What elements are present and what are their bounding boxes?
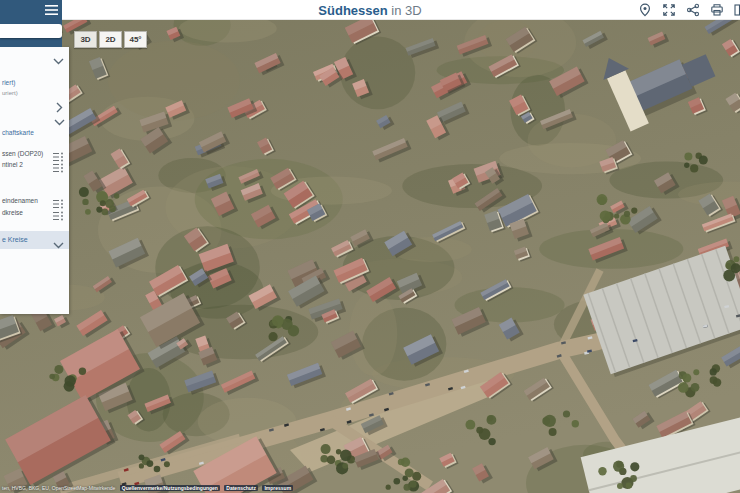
clipped-panel-icon	[734, 3, 740, 17]
view-3d-button[interactable]: 3D	[74, 31, 97, 48]
print-button[interactable]	[710, 3, 724, 17]
layer-legend-button[interactable]	[53, 197, 64, 207]
layer-legend-button[interactable]	[53, 150, 64, 160]
legend-list-icon	[53, 199, 64, 209]
search-input[interactable]	[0, 24, 62, 38]
attribution-link-imprint[interactable]: Impressum	[262, 485, 293, 491]
app-header: Südhessen in 3D	[0, 0, 740, 20]
chevron-down-icon	[54, 119, 65, 126]
layer-item[interactable]: ssen (DOP20)	[2, 150, 43, 157]
collapse-section-button[interactable]	[52, 53, 64, 61]
locate-button[interactable]	[638, 3, 652, 17]
layer-item[interactable]: eindenamen	[2, 197, 38, 204]
collapse-item-button[interactable]	[53, 114, 65, 122]
share-button[interactable]	[686, 3, 700, 17]
layer-group-header[interactable]: e Kreise	[0, 231, 69, 249]
map-canvas[interactable]: 3D 2D 45° ten, HVBG, BKG, EU, OpenStreet…	[0, 20, 740, 493]
chevron-down-icon	[53, 242, 64, 249]
hamburger-menu-icon	[45, 5, 58, 16]
expand-item-button[interactable]	[55, 101, 63, 113]
layer-panel: riert) uriert) chaftskarte ssen (DOP20) …	[0, 47, 69, 314]
header-actions	[638, 3, 740, 17]
layer-item[interactable]: riert)	[2, 79, 15, 86]
legend-list-icon	[53, 211, 64, 221]
map-attribution: ten, HVBG, BKG, EU, OpenStreetMap-Mitwir…	[2, 485, 293, 491]
fullscreen-button[interactable]	[662, 3, 676, 17]
share-icon	[686, 3, 700, 17]
map-3d-scene	[0, 20, 740, 493]
legend-list-icon	[53, 163, 64, 173]
page-title-primary: Südhessen	[318, 3, 387, 18]
group-collapse-button[interactable]	[52, 237, 64, 245]
panel-button[interactable]	[734, 3, 740, 17]
layer-group-label: e Kreise	[2, 236, 28, 243]
fullscreen-icon	[662, 3, 676, 17]
page-title: Südhessen in 3D	[318, 3, 421, 18]
view-45deg-button[interactable]: 45°	[124, 31, 147, 48]
attribution-link-terms[interactable]: Quellenvermerke/Nutzungsbedingungen	[120, 485, 220, 491]
printer-icon	[710, 3, 724, 17]
layer-item[interactable]: uriert)	[2, 90, 18, 96]
page-title-secondary: in 3D	[388, 3, 422, 18]
app-window: 3D 2D 45° ten, HVBG, BKG, EU, OpenStreet…	[0, 0, 740, 493]
view-mode-switcher: 3D 2D 45°	[74, 31, 147, 48]
view-2d-button[interactable]: 2D	[99, 31, 122, 48]
chevron-right-icon	[56, 102, 63, 113]
attribution-link-privacy[interactable]: Datenschutz	[224, 485, 258, 491]
location-pin-icon	[638, 3, 652, 17]
attribution-text: ten, HVBG, BKG, EU, OpenStreetMap-Mitwir…	[2, 485, 115, 491]
layer-item[interactable]: ntinel 2	[2, 161, 23, 168]
layer-legend-button[interactable]	[53, 161, 64, 171]
layer-item[interactable]: chaftskarte	[2, 129, 34, 136]
layer-item[interactable]: dkreise	[2, 209, 23, 216]
hamburger-menu-button[interactable]	[43, 3, 59, 17]
chevron-down-icon	[53, 58, 64, 65]
layer-legend-button[interactable]	[53, 209, 64, 219]
